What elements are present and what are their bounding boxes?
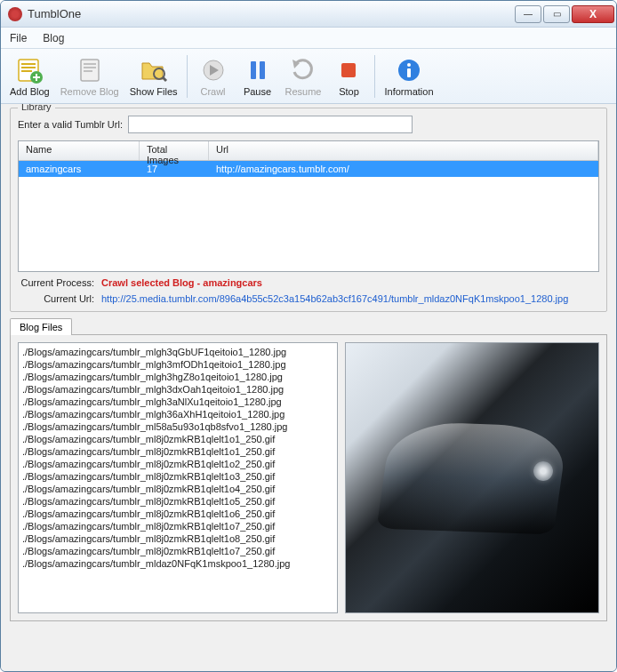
column-total-images[interactable]: Total Images xyxy=(140,141,209,160)
list-item[interactable]: ./Blogs/amazingcars/tumblr_ml58a5u93o1qb… xyxy=(22,420,333,433)
information-icon xyxy=(395,56,423,84)
current-process-value: Crawl selected Blog - amazingcars xyxy=(101,277,262,288)
show-files-icon xyxy=(140,56,168,84)
list-item[interactable]: ./Blogs/amazingcars/tumblr_ml8j0zmkRB1ql… xyxy=(22,433,333,445)
library-label: Library xyxy=(18,104,55,112)
cell-name: amazingcars xyxy=(19,164,140,174)
list-item[interactable]: ./Blogs/amazingcars/tumblr_mlgh3dxOah1qe… xyxy=(22,383,333,396)
pause-button[interactable]: Pause xyxy=(236,51,280,102)
column-url[interactable]: Url xyxy=(209,141,598,160)
svg-rect-6 xyxy=(36,74,37,81)
url-input[interactable] xyxy=(128,116,413,133)
crawl-icon xyxy=(199,56,228,84)
svg-rect-16 xyxy=(260,61,265,79)
current-process-label: Current Process: xyxy=(18,277,101,288)
svg-rect-18 xyxy=(341,63,356,77)
list-item[interactable]: ./Blogs/amazingcars/tumblr_mlgh3aNlXu1qe… xyxy=(22,396,333,408)
svg-rect-1 xyxy=(21,63,36,65)
list-item[interactable]: ./Blogs/amazingcars/tumblr_ml8j0zmkRB1ql… xyxy=(22,445,333,458)
svg-line-12 xyxy=(163,77,166,81)
list-item[interactable]: ./Blogs/amazingcars/tumblr_mlgh3qGbUF1qe… xyxy=(22,346,333,358)
toolbar-separator xyxy=(374,55,375,98)
svg-rect-9 xyxy=(84,67,96,68)
crawl-button[interactable]: Crawl xyxy=(191,51,236,102)
resume-button[interactable]: Resume xyxy=(280,51,327,102)
list-item[interactable]: ./Blogs/amazingcars/tumblr_mldaz0NFqK1ms… xyxy=(22,557,333,570)
list-item[interactable]: ./Blogs/amazingcars/tumblr_ml8j0zmkRB1ql… xyxy=(22,483,333,495)
table-row[interactable]: amazingcars17http://amazingcars.tumblr.c… xyxy=(19,161,598,177)
grid-header: Name Total Images Url xyxy=(19,141,598,161)
svg-rect-2 xyxy=(21,67,36,68)
information-button[interactable]: Information xyxy=(379,51,438,102)
list-item[interactable]: ./Blogs/amazingcars/tumblr_mlgh36aXhH1qe… xyxy=(22,408,333,420)
menu-blog[interactable]: Blog xyxy=(43,32,64,44)
list-item[interactable]: ./Blogs/amazingcars/tumblr_ml8j0zmkRB1ql… xyxy=(22,495,333,508)
svg-rect-3 xyxy=(21,70,32,72)
titlebar[interactable]: TumblOne — ▭ X xyxy=(1,1,616,28)
list-item[interactable]: ./Blogs/amazingcars/tumblr_mlgh3mfODh1qe… xyxy=(22,358,333,371)
file-list[interactable]: ./Blogs/amazingcars/tumblr_mlgh3qGbUF1qe… xyxy=(18,342,338,613)
content-area: Library Enter a valid Tumblr Url: Name T… xyxy=(1,104,616,672)
stop-button[interactable]: Stop xyxy=(326,51,371,102)
toolbar: Add Blog Remove Blog Show Files Crawl P xyxy=(1,49,616,104)
svg-point-20 xyxy=(407,63,411,67)
current-url-value: http://25.media.tumblr.com/896a4b55c52c3… xyxy=(101,293,568,304)
tab-blog-files[interactable]: Blog Files xyxy=(10,318,72,335)
list-item[interactable]: ./Blogs/amazingcars/tumblr_ml8j0zmkRB1ql… xyxy=(22,520,333,532)
app-icon xyxy=(8,7,22,21)
maximize-button[interactable]: ▭ xyxy=(543,5,570,23)
remove-blog-button[interactable]: Remove Blog xyxy=(55,51,124,102)
add-blog-icon xyxy=(15,56,44,84)
column-name[interactable]: Name xyxy=(19,141,140,160)
close-button[interactable]: X xyxy=(572,5,614,23)
url-input-label: Enter a valid Tumblr Url: xyxy=(18,119,123,130)
svg-rect-21 xyxy=(407,68,411,77)
minimize-button[interactable]: — xyxy=(515,5,541,23)
svg-rect-8 xyxy=(84,63,96,65)
toolbar-separator xyxy=(187,55,188,98)
pause-icon xyxy=(244,56,272,84)
tabs: Blog Files ./Blogs/amazingcars/tumblr_ml… xyxy=(10,317,607,621)
list-item[interactable]: ./Blogs/amazingcars/tumblr_ml8j0zmkRB1ql… xyxy=(22,508,333,520)
list-item[interactable]: ./Blogs/amazingcars/tumblr_ml8j0zmkRB1ql… xyxy=(22,532,333,545)
window-title: TumblOne xyxy=(28,7,513,20)
list-item[interactable]: ./Blogs/amazingcars/tumblr_mlgh3hgZ8o1qe… xyxy=(22,371,333,383)
resume-icon xyxy=(289,56,317,84)
blog-grid[interactable]: Name Total Images Url amazingcars17http:… xyxy=(18,140,599,272)
svg-rect-15 xyxy=(251,61,256,79)
remove-blog-icon xyxy=(76,56,104,84)
svg-rect-10 xyxy=(84,70,92,72)
app-window: TumblOne — ▭ X File Blog Add Blog Remove… xyxy=(0,0,617,672)
show-files-button[interactable]: Show Files xyxy=(124,51,183,102)
add-blog-button[interactable]: Add Blog xyxy=(4,51,55,102)
tab-panel: ./Blogs/amazingcars/tumblr_mlgh3qGbUF1qe… xyxy=(10,335,607,621)
stop-icon xyxy=(334,56,363,84)
current-url-label: Current Url: xyxy=(18,293,101,304)
library-group: Library Enter a valid Tumblr Url: Name T… xyxy=(10,108,607,312)
menubar: File Blog xyxy=(1,28,616,49)
cell-total: 17 xyxy=(140,164,209,174)
image-preview xyxy=(345,342,599,613)
list-item[interactable]: ./Blogs/amazingcars/tumblr_ml8j0zmkRB1ql… xyxy=(22,545,333,557)
list-item[interactable]: ./Blogs/amazingcars/tumblr_ml8j0zmkRB1ql… xyxy=(22,470,333,483)
cell-url: http://amazingcars.tumblr.com/ xyxy=(209,164,598,174)
menu-file[interactable]: File xyxy=(10,32,27,44)
list-item[interactable]: ./Blogs/amazingcars/tumblr_ml8j0zmkRB1ql… xyxy=(22,458,333,470)
